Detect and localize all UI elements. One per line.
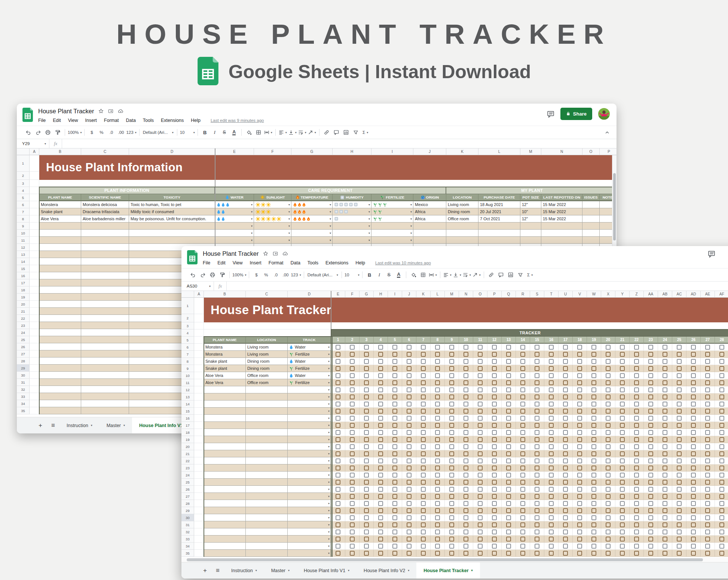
checkbox[interactable] <box>719 387 724 392</box>
checkbox[interactable] <box>535 402 539 406</box>
checkbox[interactable] <box>478 359 483 364</box>
tracker-cell-r8-d25[interactable] <box>672 358 686 365</box>
tracker-cell-r17-d7[interactable] <box>416 422 431 429</box>
cell-toxicity-row11[interactable] <box>129 237 215 244</box>
checkbox[interactable] <box>663 423 667 428</box>
tracker-cell-r27-d17[interactable] <box>559 493 573 500</box>
checkbox[interactable] <box>549 345 554 350</box>
tracker-cell-r25-d2[interactable] <box>345 479 360 486</box>
tracker-cell-r30-d11[interactable] <box>473 514 487 521</box>
tracker-cell-r32-d1[interactable] <box>331 528 345 535</box>
checkbox[interactable] <box>492 480 497 485</box>
checkbox[interactable] <box>378 387 383 392</box>
tracker-cell-r29-d12[interactable] <box>487 507 502 514</box>
checkbox[interactable] <box>520 451 525 456</box>
column-header-L[interactable]: L <box>478 148 520 155</box>
tracker-cell-r21-d12[interactable] <box>487 450 502 457</box>
row-header-16[interactable]: 16 <box>181 415 194 422</box>
tracker-cell-r15-d21[interactable] <box>615 408 630 415</box>
checkbox[interactable] <box>663 458 667 463</box>
tracker-cell-r30-d15[interactable] <box>530 514 544 521</box>
cell-A9[interactable] <box>30 223 39 230</box>
tracker-cell-r27-d15[interactable] <box>530 493 544 500</box>
increase-decimals-button[interactable]: .00 <box>116 128 125 137</box>
checkbox[interactable] <box>577 409 582 414</box>
tracker-cell-r22-d18[interactable] <box>573 457 587 464</box>
checkbox[interactable] <box>634 437 639 442</box>
checkbox[interactable] <box>435 366 440 371</box>
checkbox[interactable] <box>648 359 653 364</box>
checkbox[interactable] <box>435 359 440 364</box>
tracker-cell-r10-d17[interactable] <box>559 372 573 379</box>
tracker-cell-r17-d11[interactable] <box>473 422 487 429</box>
checkbox[interactable] <box>634 522 639 527</box>
cell-toxicity-row6[interactable]: Toxic to human, Toxic to pet <box>129 201 215 208</box>
column-title-plant-name[interactable]: PLANT NAME <box>204 337 246 344</box>
tracker-cell-r20-d15[interactable] <box>530 443 544 450</box>
tracker-cell-r28-d28[interactable] <box>715 500 728 507</box>
checkbox[interactable] <box>449 537 454 541</box>
row-header-34[interactable]: 34 <box>17 400 30 407</box>
checkbox[interactable] <box>364 473 369 478</box>
tracker-cell-r8-d10[interactable] <box>459 358 473 365</box>
checkbox[interactable] <box>392 515 397 520</box>
tracker-cell-r14-d24[interactable] <box>658 401 672 408</box>
cell-origin-row6[interactable]: Mexico <box>413 201 446 208</box>
tracker-cell-r6-d18[interactable] <box>573 344 587 351</box>
cell-location-row11[interactable]: Office room <box>246 379 288 386</box>
checkbox[interactable] <box>663 380 667 385</box>
checkbox[interactable] <box>520 345 525 350</box>
checkbox[interactable] <box>663 395 667 399</box>
checkbox[interactable] <box>705 494 710 499</box>
checkbox[interactable] <box>407 515 412 520</box>
checkbox[interactable] <box>378 501 383 506</box>
cell-location-row20[interactable] <box>246 443 288 450</box>
column-header-F[interactable]: F <box>254 148 291 155</box>
tracker-cell-r8-d14[interactable] <box>516 358 530 365</box>
row-header-21[interactable]: 21 <box>17 308 30 315</box>
tracker-cell-r26-d8[interactable] <box>431 486 445 493</box>
tracker-cell-r17-d2[interactable] <box>345 422 360 429</box>
cell-sunlight-row9[interactable]: ▾ <box>254 223 291 230</box>
cell-A20[interactable] <box>30 301 39 308</box>
row-header-17[interactable]: 17 <box>181 422 194 429</box>
checkbox[interactable] <box>648 515 653 520</box>
tracker-cell-r35-d1[interactable] <box>331 550 345 557</box>
tracker-cell-r22-d8[interactable] <box>431 457 445 464</box>
checkbox[interactable] <box>449 409 454 414</box>
cell-A3[interactable] <box>194 322 204 329</box>
tracker-cell-r19-d20[interactable] <box>601 436 615 443</box>
tracker-cell-r25-d16[interactable] <box>544 479 559 486</box>
checkbox[interactable] <box>492 458 497 463</box>
tracker-cell-r28-d21[interactable] <box>615 500 630 507</box>
cell-plant-name-row7[interactable]: Monstera <box>204 351 246 358</box>
checkbox[interactable] <box>648 366 653 371</box>
day-header-6[interactable]: 6 <box>402 337 416 344</box>
tracker-cell-r26-d26[interactable] <box>686 486 701 493</box>
checkbox[interactable] <box>478 494 483 499</box>
tracker-cell-r14-d13[interactable] <box>502 401 516 408</box>
checkbox[interactable] <box>506 551 511 556</box>
cell-purchase_date-row11[interactable] <box>478 237 520 244</box>
row-header-15[interactable]: 15 <box>181 408 194 415</box>
tracker-cell-r11-d21[interactable] <box>615 379 630 386</box>
menu-view[interactable]: View <box>233 260 243 266</box>
cell-A24[interactable] <box>194 472 204 479</box>
column-header-AE[interactable]: AE <box>701 291 715 298</box>
checkbox[interactable] <box>691 487 696 492</box>
checkbox[interactable] <box>407 451 412 456</box>
checkbox[interactable] <box>620 395 625 399</box>
cell-scientific-row17[interactable] <box>81 279 129 286</box>
checkbox[interactable] <box>705 508 710 513</box>
tracker-cell-r26-d6[interactable] <box>402 486 416 493</box>
tracker-cell-r15-d28[interactable] <box>715 408 728 415</box>
checkbox[interactable] <box>648 409 653 414</box>
tracker-cell-r27-d21[interactable] <box>615 493 630 500</box>
checkbox[interactable] <box>677 494 682 499</box>
cell-track-row16[interactable]: ▾ <box>288 415 331 422</box>
checkbox[interactable] <box>563 359 568 364</box>
tracker-cell-r15-d14[interactable] <box>516 408 530 415</box>
checkbox[interactable] <box>449 444 454 449</box>
checkbox[interactable] <box>648 416 653 421</box>
checkbox[interactable] <box>392 451 397 456</box>
